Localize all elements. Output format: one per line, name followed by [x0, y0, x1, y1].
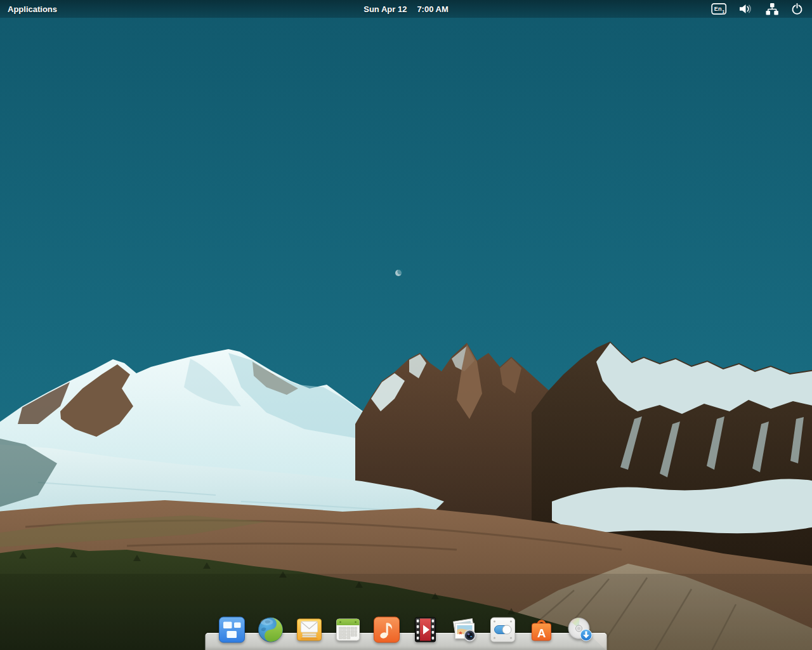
- dock-item-calendar[interactable]: [334, 616, 362, 644]
- dock-item-system-settings[interactable]: [489, 616, 517, 644]
- multitasking-view-icon: [218, 616, 246, 644]
- volume-icon: [738, 3, 754, 15]
- appcenter-icon: A: [528, 616, 556, 644]
- desktop[interactable]: [0, 0, 812, 650]
- mail-icon: [296, 616, 324, 644]
- photos-icon: [450, 616, 478, 644]
- dock-item-appcenter[interactable]: A: [528, 616, 556, 644]
- dock-item-os-installer[interactable]: [566, 616, 594, 644]
- keyboard-layout-indicator[interactable]: En 1: [711, 0, 727, 18]
- top-panel: Applications Sun Apr 12 7:00 AM En 1: [0, 0, 812, 18]
- panel-date: Sun Apr 12: [363, 4, 407, 14]
- videos-icon: [412, 616, 440, 644]
- wallpaper-image: [0, 0, 812, 650]
- calendar-icon: [334, 616, 362, 644]
- dock-item-multitasking-view[interactable]: [218, 616, 246, 644]
- svg-text:1: 1: [722, 9, 724, 15]
- web-browser-icon: [257, 616, 285, 644]
- dock-item-photos[interactable]: [450, 616, 478, 644]
- dock-item-web-browser[interactable]: [257, 616, 285, 644]
- dock-item-videos[interactable]: [412, 616, 440, 644]
- dock: A: [206, 616, 607, 650]
- svg-text:En: En: [714, 6, 722, 12]
- os-installer-icon: [566, 616, 594, 644]
- keyboard-layout-icon: En 1: [711, 3, 727, 15]
- music-icon: [373, 616, 401, 644]
- dock-item-mail[interactable]: [296, 616, 324, 644]
- panel-time: 7:00 AM: [417, 4, 448, 14]
- power-icon: [790, 3, 804, 16]
- datetime-indicator[interactable]: Sun Apr 12 7:00 AM: [363, 0, 449, 18]
- sound-indicator[interactable]: [738, 0, 754, 18]
- network-indicator[interactable]: [765, 0, 779, 18]
- network-wired-icon: [765, 3, 779, 15]
- session-indicator[interactable]: [790, 0, 804, 18]
- dock-item-music[interactable]: [373, 616, 401, 644]
- system-settings-icon: [489, 616, 517, 644]
- svg-text:A: A: [537, 627, 546, 640]
- applications-menu[interactable]: Applications: [8, 4, 57, 14]
- panel-indicators: En 1: [711, 0, 812, 18]
